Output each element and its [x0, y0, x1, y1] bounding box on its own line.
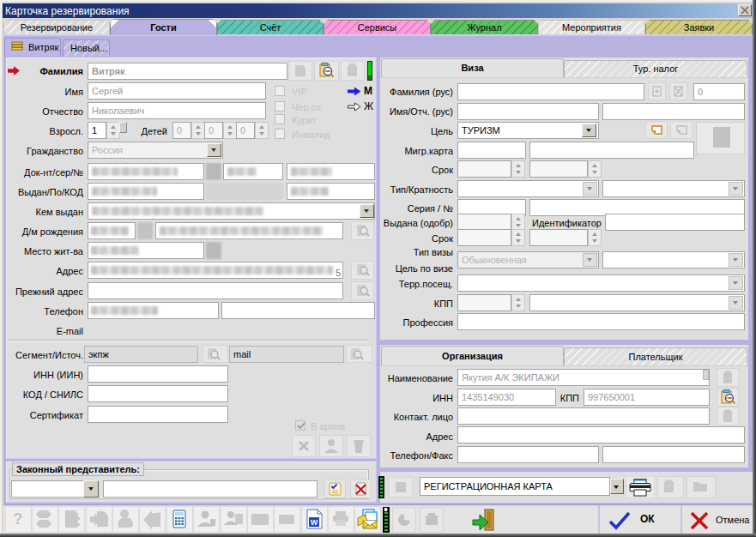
svg-text:W: W	[311, 518, 318, 527]
